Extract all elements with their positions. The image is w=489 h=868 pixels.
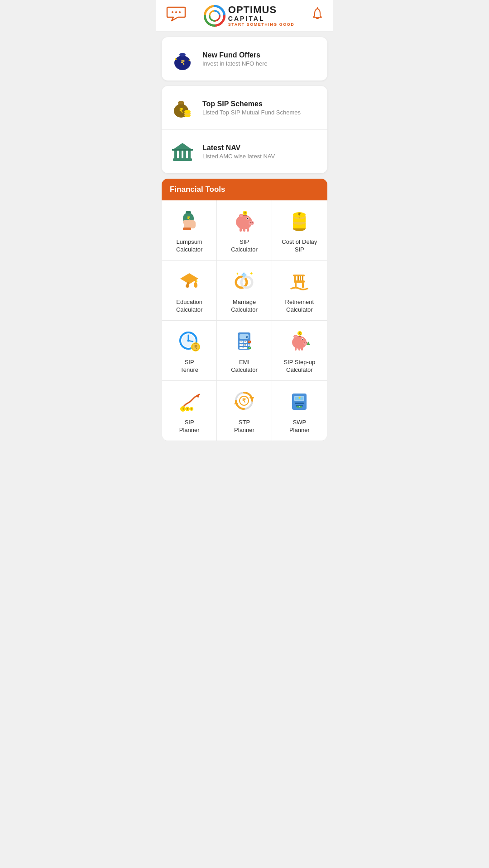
financial-tools-header: Financial Tools — [162, 179, 327, 200]
logo: OPTIMUS CAPITAL START SOMETHING GOOD — [204, 5, 294, 27]
svg-rect-70 — [300, 276, 301, 280]
latest-nav-item[interactable]: Latest NAV Listed AMC wise latest NAV — [162, 130, 327, 173]
svg-point-35 — [250, 222, 251, 223]
svg-point-38 — [247, 218, 249, 219]
svg-rect-22 — [174, 150, 177, 158]
sip-planner-icon: ₹ ₹ ₹ — [177, 389, 201, 415]
svg-point-0 — [172, 11, 173, 13]
sip-icon: ₹ — [169, 94, 196, 121]
lumpsum-icon: ₹ — [177, 209, 201, 235]
top-sip-schemes-item[interactable]: ₹ Top SIP Schemes Listed Top SIP Mutual … — [162, 86, 327, 130]
sip-stepup-label: SIP Step-upCalculator — [283, 359, 315, 374]
tools-grid: ₹ LumpsumCalculator — [162, 200, 327, 441]
svg-text:₹: ₹ — [191, 408, 192, 411]
svg-text:=: = — [243, 346, 244, 349]
svg-text:+: + — [240, 340, 242, 343]
financial-tools-title: Financial Tools — [170, 185, 225, 194]
svg-text:₹: ₹ — [298, 212, 301, 217]
sip-planner-label: SIPPlanner — [179, 419, 200, 434]
svg-text:−: − — [249, 340, 250, 343]
nfo-card: ₹ New Fund Offers Invest in latest NFO h… — [162, 37, 327, 81]
svg-text:×: × — [244, 340, 246, 343]
lumpsum-calculator-item[interactable]: ₹ LumpsumCalculator — [162, 200, 217, 261]
main-content: ₹ New Fund Offers Invest in latest NFO h… — [156, 32, 333, 446]
emi-icon: 0 + × − 7 8 9 — [232, 329, 256, 355]
nav-icon — [169, 138, 196, 165]
nfo-icon: ₹ — [169, 45, 196, 72]
svg-rect-114 — [298, 347, 300, 351]
svg-text:₹: ₹ — [194, 345, 197, 350]
sip-calc-label: SIPCalculator — [231, 238, 258, 254]
sip-nav-card: ₹ Top SIP Schemes Listed Top SIP Mutual … — [162, 86, 327, 173]
swp-planner-item[interactable]: ₹ ₹ SWPPlanner — [272, 381, 327, 441]
svg-text:✦: ✦ — [236, 272, 239, 276]
svg-rect-72 — [293, 275, 305, 276]
svg-rect-45 — [243, 228, 245, 232]
nav-info: Latest NAV Listed AMC wise latest NAV — [202, 144, 275, 160]
notification-bell-button[interactable] — [310, 7, 325, 24]
sip-calc-icon: ₹ — [232, 209, 256, 235]
emi-calculator-item[interactable]: 0 + × − 7 8 9 — [217, 321, 272, 381]
svg-text:₹: ₹ — [299, 405, 300, 408]
svg-point-105 — [306, 342, 307, 343]
svg-point-13 — [189, 60, 190, 61]
sip-title: Top SIP Schemes — [202, 100, 301, 108]
retirement-calculator-item[interactable]: RetirementCalculator — [272, 261, 327, 321]
svg-rect-32 — [183, 228, 191, 230]
svg-rect-69 — [297, 276, 299, 280]
svg-rect-74 — [302, 283, 304, 288]
svg-point-6 — [212, 13, 217, 18]
svg-point-107 — [302, 339, 303, 340]
nfo-subtitle: Invest in latest NFO here — [202, 60, 268, 67]
svg-point-1 — [175, 11, 177, 13]
logo-tagline: START SOMETHING GOOD — [228, 23, 294, 27]
sip-stepup-icon: ₹ — [288, 329, 311, 355]
svg-point-79 — [187, 340, 190, 342]
sip-tenure-label: SIPTenure — [180, 359, 198, 374]
svg-point-59 — [193, 282, 198, 288]
emi-label: EMICalculator — [231, 359, 258, 374]
svg-text:✓: ✓ — [248, 346, 250, 349]
marriage-icon: ✦ ✦ — [232, 269, 256, 295]
education-icon — [177, 269, 201, 295]
nfo-title: New Fund Offers — [202, 51, 268, 59]
sip-planner-item[interactable]: ₹ ₹ ₹ SIPPlanner — [162, 381, 217, 441]
cost-delay-label: Cost of DelaySIP — [282, 238, 317, 254]
sip-stepup-calculator-item[interactable]: ₹ SIP Step-upCalculator — [272, 321, 327, 381]
sip-subtitle: Listed Top SIP Mutual Fund Schemes — [202, 109, 301, 116]
sip-calculator-item[interactable]: ₹ SIPCalculator — [217, 200, 272, 261]
sip-tenure-item[interactable]: ₹ SIPTenure — [162, 321, 217, 381]
stp-planner-item[interactable]: ₹ STPPlanner — [217, 381, 272, 441]
swp-planner-icon: ₹ ₹ — [288, 389, 311, 415]
svg-text:✦: ✦ — [249, 271, 253, 276]
svg-rect-23 — [179, 150, 182, 158]
new-fund-offers-item[interactable]: ₹ New Fund Offers Invest in latest NFO h… — [162, 37, 327, 81]
marriage-label: MarriageCalculator — [231, 299, 258, 314]
chat-support-button[interactable] — [164, 5, 188, 27]
lumpsum-label: LumpsumCalculator — [176, 238, 203, 254]
svg-rect-110 — [298, 336, 301, 337]
nav-title: Latest NAV — [202, 144, 275, 152]
svg-point-2 — [179, 11, 181, 13]
cost-of-delay-sip-item[interactable]: ₹ ₹ Cost of DelaySIP — [272, 200, 327, 261]
svg-text:₹: ₹ — [179, 107, 183, 114]
svg-point-104 — [304, 342, 305, 343]
cost-delay-icon: ₹ ₹ — [288, 209, 311, 235]
svg-rect-115 — [301, 347, 303, 351]
nav-subtitle: Listed AMC wise latest NAV — [202, 153, 275, 160]
svg-text:₹: ₹ — [182, 407, 184, 411]
svg-rect-21 — [173, 158, 192, 161]
svg-text:₹: ₹ — [181, 59, 185, 66]
svg-rect-25 — [188, 150, 191, 158]
svg-rect-71 — [302, 276, 303, 280]
svg-point-34 — [249, 221, 254, 225]
svg-point-60 — [196, 280, 197, 282]
svg-point-40 — [240, 215, 243, 217]
marriage-calculator-item[interactable]: ✦ ✦ MarriageCalculator — [217, 261, 272, 321]
financial-tools-section: Financial Tools ₹ — [162, 179, 327, 441]
logo-capital: CAPITAL — [228, 15, 294, 22]
svg-point-30 — [186, 211, 191, 213]
logo-text: OPTIMUS CAPITAL START SOMETHING GOOD — [228, 5, 294, 27]
svg-point-36 — [252, 222, 253, 223]
education-calculator-item[interactable]: EducationCalculator — [162, 261, 217, 321]
